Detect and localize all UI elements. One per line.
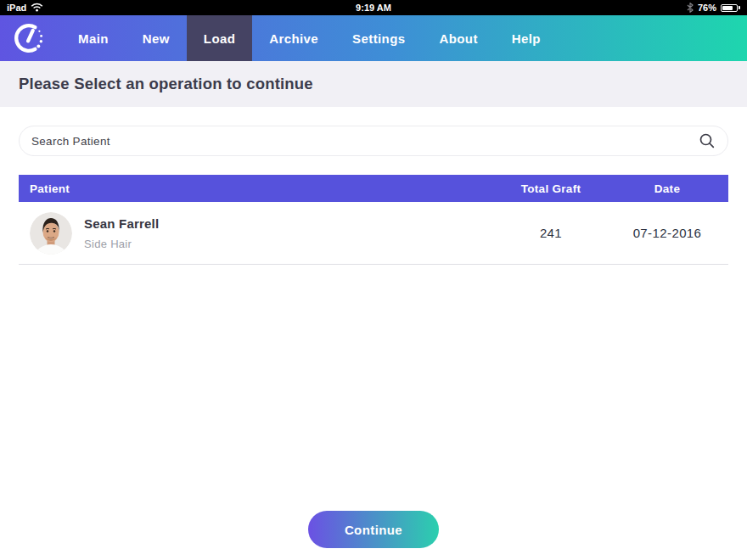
patient-cell: Sean Farrell Side Hair: [19, 212, 496, 255]
nav-item-settings[interactable]: Settings: [335, 15, 422, 61]
patient-row[interactable]: Sean Farrell Side Hair 241 07-12-2016: [19, 202, 728, 265]
content-area: Patient Total Graft Date: [0, 107, 747, 265]
patient-procedure: Side Hair: [84, 238, 159, 250]
nav-item-main-label: Main: [78, 31, 109, 46]
column-header-total-graft: Total Graft: [496, 182, 606, 195]
nav-item-help-label: Help: [512, 31, 541, 46]
nav-item-archive[interactable]: Archive: [252, 15, 335, 61]
nav-item-load-label: Load: [204, 31, 235, 46]
column-header-date: Date: [606, 182, 728, 195]
continue-button[interactable]: Continue: [308, 511, 439, 548]
status-bar: iPad 9:19 AM 76%: [0, 0, 747, 15]
nav-item-settings-label: Settings: [352, 31, 405, 46]
patient-total-graft: 241: [496, 226, 606, 240]
patient-avatar: [30, 212, 72, 255]
nav-item-about[interactable]: About: [422, 15, 494, 61]
page-title: Please Select an operation to continue: [19, 75, 313, 93]
patient-table-header: Patient Total Graft Date: [19, 175, 728, 202]
app-screen: iPad 9:19 AM 76%: [0, 0, 747, 560]
patient-name: Sean Farrell: [84, 216, 159, 231]
nav-item-new[interactable]: New: [126, 15, 187, 61]
search-icon[interactable]: [699, 132, 716, 149]
search-bar: [19, 126, 728, 156]
nav-item-about-label: About: [439, 31, 477, 46]
heading-band: Please Select an operation to continue: [0, 61, 747, 107]
nav-item-main[interactable]: Main: [61, 15, 126, 61]
status-time: 9:19 AM: [0, 3, 747, 13]
patient-text: Sean Farrell Side Hair: [84, 216, 159, 250]
patient-table: Patient Total Graft Date: [19, 175, 728, 265]
nav-item-help[interactable]: Help: [495, 15, 558, 61]
nav-item-archive-label: Archive: [269, 31, 318, 46]
nav-item-load[interactable]: Load: [187, 15, 252, 61]
patient-date: 07-12-2016: [606, 226, 728, 240]
search-input[interactable]: [31, 135, 699, 148]
nav-item-new-label: New: [143, 31, 170, 46]
app-logo-timer-icon: [10, 20, 48, 57]
navbar: Main New Load Archive Settings About Hel…: [0, 15, 747, 61]
column-header-patient: Patient: [19, 182, 496, 195]
